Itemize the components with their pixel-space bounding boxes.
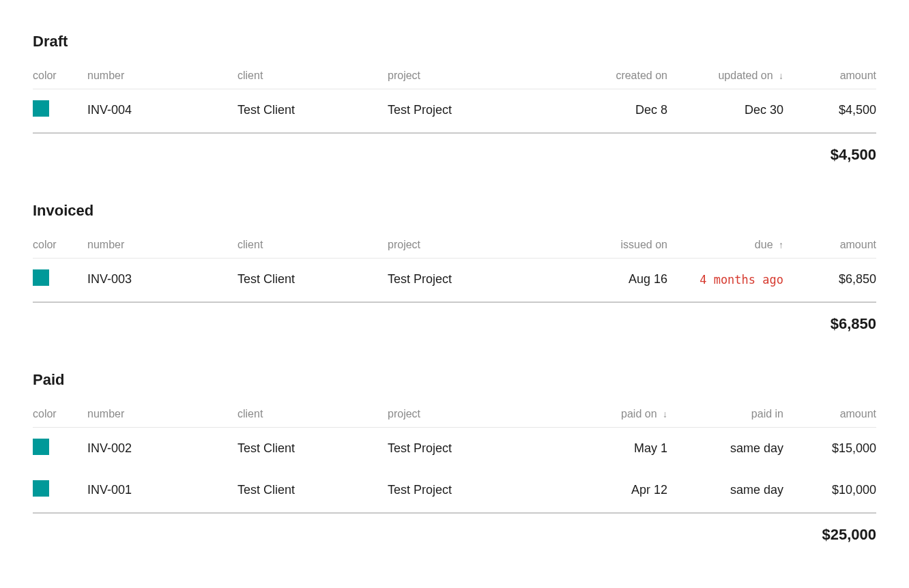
cell-number: INV-004: [87, 103, 237, 117]
header-amount[interactable]: amount: [783, 70, 876, 82]
header-project[interactable]: project: [388, 70, 565, 82]
header-paid-on[interactable]: paid on ↓: [565, 408, 667, 420]
table-invoiced: color number client project issued on du…: [33, 232, 876, 333]
cell-client: Test Client: [237, 103, 388, 117]
cell-due-overdue: 4 months ago: [667, 273, 783, 286]
header-client[interactable]: client: [237, 239, 388, 251]
cell-project: Test Project: [388, 483, 565, 497]
table-row[interactable]: INV-001 Test Client Test Project Apr 12 …: [33, 469, 876, 511]
header-color[interactable]: color: [33, 70, 87, 82]
cell-paid-on: May 1: [565, 441, 667, 456]
section-total-invoiced: $6,850: [33, 303, 876, 333]
cell-paid-on: Apr 12: [565, 483, 667, 497]
table-row[interactable]: INV-002 Test Client Test Project May 1 s…: [33, 428, 876, 469]
cell-number: INV-002: [87, 441, 237, 456]
header-due[interactable]: due ↑: [667, 239, 783, 251]
table-row[interactable]: INV-003 Test Client Test Project Aug 16 …: [33, 259, 876, 300]
color-swatch: [33, 100, 49, 117]
cell-amount: $6,850: [783, 272, 876, 286]
sort-arrow-down-icon: ↓: [779, 70, 783, 81]
cell-amount: $4,500: [783, 103, 876, 117]
header-amount[interactable]: amount: [783, 239, 876, 251]
header-due-label: due: [755, 239, 773, 250]
table-paid: color number client project paid on ↓ pa…: [33, 401, 876, 544]
header-client[interactable]: client: [237, 408, 388, 420]
header-color[interactable]: color: [33, 239, 87, 251]
header-project[interactable]: project: [388, 239, 565, 251]
section-title-draft: Draft: [33, 33, 876, 50]
cell-amount: $10,000: [783, 483, 876, 497]
color-swatch: [33, 480, 49, 497]
header-created-on[interactable]: created on: [565, 70, 667, 82]
color-swatch-cell: [33, 269, 87, 289]
table-header-draft: color number client project created on u…: [33, 63, 876, 89]
cell-client: Test Client: [237, 483, 388, 497]
section-paid: Paid color number client project paid on…: [33, 371, 876, 544]
section-total-paid: $25,000: [33, 514, 876, 544]
table-draft: color number client project created on u…: [33, 63, 876, 164]
section-invoiced: Invoiced color number client project iss…: [33, 202, 876, 333]
section-total-draft: $4,500: [33, 134, 876, 164]
table-row[interactable]: INV-004 Test Client Test Project Dec 8 D…: [33, 89, 876, 131]
cell-amount: $15,000: [783, 441, 876, 456]
color-swatch: [33, 439, 49, 455]
header-paid-in[interactable]: paid in: [667, 408, 783, 420]
cell-client: Test Client: [237, 441, 388, 456]
cell-issued-on: Aug 16: [565, 272, 667, 286]
header-project[interactable]: project: [388, 408, 565, 420]
section-title-invoiced: Invoiced: [33, 202, 876, 220]
cell-project: Test Project: [388, 272, 565, 286]
cell-number: INV-001: [87, 483, 237, 497]
cell-created-on: Dec 8: [565, 103, 667, 117]
header-color[interactable]: color: [33, 408, 87, 420]
header-issued-on[interactable]: issued on: [565, 239, 667, 251]
cell-number: INV-003: [87, 272, 237, 286]
header-updated-on[interactable]: updated on ↓: [667, 70, 783, 82]
header-updated-on-label: updated on: [718, 70, 773, 81]
header-amount[interactable]: amount: [783, 408, 876, 420]
color-swatch-cell: [33, 480, 87, 500]
section-title-paid: Paid: [33, 371, 876, 389]
cell-client: Test Client: [237, 272, 388, 286]
header-number[interactable]: number: [87, 70, 237, 82]
color-swatch-cell: [33, 439, 87, 458]
table-header-invoiced: color number client project issued on du…: [33, 232, 876, 259]
color-swatch-cell: [33, 100, 87, 120]
section-draft: Draft color number client project create…: [33, 33, 876, 164]
header-client[interactable]: client: [237, 70, 388, 82]
table-header-paid: color number client project paid on ↓ pa…: [33, 401, 876, 428]
cell-project: Test Project: [388, 441, 565, 456]
cell-updated-on: Dec 30: [667, 103, 783, 117]
sort-arrow-down-icon: ↓: [663, 409, 667, 420]
cell-paid-in: same day: [667, 483, 783, 497]
sort-arrow-up-icon: ↑: [779, 239, 783, 250]
color-swatch: [33, 269, 49, 286]
header-number[interactable]: number: [87, 408, 237, 420]
header-paid-on-label: paid on: [621, 408, 657, 420]
cell-paid-in: same day: [667, 441, 783, 456]
header-number[interactable]: number: [87, 239, 237, 251]
cell-project: Test Project: [388, 103, 565, 117]
